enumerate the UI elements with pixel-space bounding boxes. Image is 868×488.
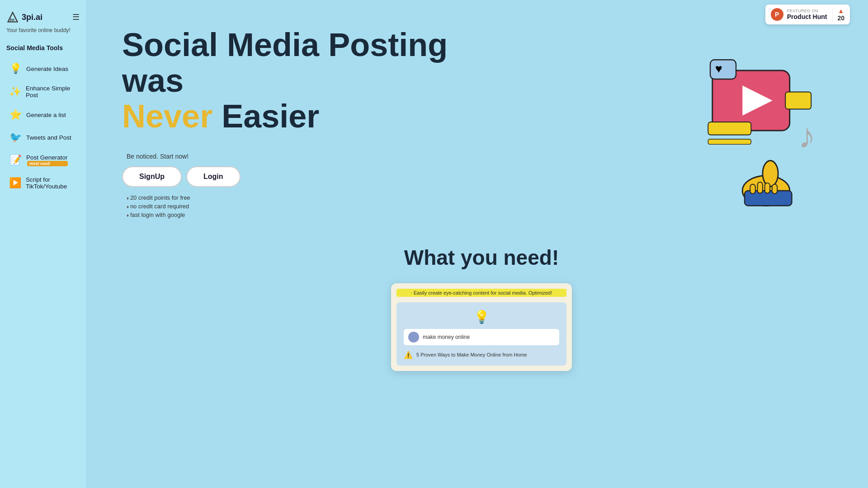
product-hunt-icon: P xyxy=(771,8,783,21)
ph-name: Product Hunt xyxy=(787,13,827,20)
sidebar-item-generate-list[interactable]: ⭐ Generate a list xyxy=(3,104,83,126)
generate-list-icon: ⭐ xyxy=(9,108,22,121)
tagline: Your favorite online buddy! xyxy=(0,25,86,41)
sidebar-item-script-tiktok[interactable]: ▶️ Script for TikTok/Youtube xyxy=(3,172,83,194)
preview-card-inner: 💡 make money online ⚠️ 5 Proven Ways to … xyxy=(396,302,566,366)
sidebar-item-label: Enhance Simple Post xyxy=(26,85,77,99)
hero-title-line1: Social Media Posting was xyxy=(122,27,448,99)
menu-icon[interactable]: ☰ xyxy=(72,12,80,22)
sidebar-item-tweets-post[interactable]: 🐦 Tweets and Post xyxy=(3,127,83,148)
preview-card: · Easily create eye-catching content for… xyxy=(391,283,572,371)
preview-search-row: make money online xyxy=(404,329,559,345)
signup-button[interactable]: SignUp xyxy=(122,166,182,187)
preview-search-text: make money online xyxy=(423,334,470,340)
sidebar-item-post-generator[interactable]: 📝 Post Generator most used xyxy=(3,149,83,171)
svg-text:♥: ♥ xyxy=(715,62,722,75)
sidebar-item-label: Post Generator xyxy=(26,154,68,161)
svg-rect-16 xyxy=(772,184,777,194)
generate-ideas-icon: 💡 xyxy=(9,62,22,75)
most-used-badge: most used xyxy=(27,161,68,166)
svg-text:3π: 3π xyxy=(9,18,15,22)
feature-item: fast login with google xyxy=(127,211,841,218)
preview-result-row: ⚠️ 5 Proven Ways to Make Money Online fr… xyxy=(404,349,559,361)
svg-rect-6 xyxy=(785,92,811,109)
enhance-post-icon: ✨ xyxy=(9,85,21,98)
what-you-need-section: What you need! · Easily create eye-catch… xyxy=(122,245,841,371)
hero-title: Social Media Posting was Never Easier xyxy=(122,27,484,135)
tiktok-icon: ▶️ xyxy=(9,177,21,189)
sidebar-item-label: Generate Ideas xyxy=(26,66,68,72)
tweets-icon: 🐦 xyxy=(9,131,22,144)
what-you-need-title: What you need! xyxy=(122,245,841,270)
ph-vote-count: ▲ 20 xyxy=(832,7,844,22)
svg-point-11 xyxy=(763,161,778,187)
svg-rect-7 xyxy=(708,122,751,135)
svg-rect-4 xyxy=(710,60,736,79)
sidebar-item-label: Tweets and Post xyxy=(26,134,71,141)
login-button[interactable]: Login xyxy=(186,166,241,187)
ph-arrow-icon: ▲ xyxy=(838,7,844,14)
logo-text: 3pi.ai xyxy=(22,13,42,22)
preview-result-text: 5 Proven Ways to Make Money Online from … xyxy=(416,352,527,357)
sidebar-item-label: Script for TikTok/Youtube xyxy=(26,176,77,190)
product-hunt-text: FEATURED ON Product Hunt xyxy=(787,9,827,20)
hero-title-line2: Easier xyxy=(212,98,319,134)
preview-hint: · Easily create eye-catching content for… xyxy=(396,289,566,297)
preview-avatar xyxy=(408,332,419,343)
product-hunt-badge[interactable]: P FEATURED ON Product Hunt ▲ 20 xyxy=(765,5,850,24)
hero-title-highlight: Never xyxy=(122,98,212,134)
main-content: P FEATURED ON Product Hunt ▲ 20 Social M… xyxy=(86,0,868,488)
hero-illustration: ♥ ♪ xyxy=(683,36,841,208)
preview-bulb-icon: 💡 xyxy=(404,310,559,324)
svg-rect-14 xyxy=(758,182,763,193)
ph-featured-label: FEATURED ON xyxy=(787,9,827,13)
sidebar-item-enhance-post[interactable]: ✨ Enhance Simple Post xyxy=(3,80,83,103)
sidebar-item-generate-ideas[interactable]: 💡 Generate Ideas xyxy=(3,58,83,80)
sidebar-item-label: Generate a list xyxy=(26,112,66,118)
svg-rect-8 xyxy=(708,139,751,144)
preview-result-icon: ⚠️ xyxy=(404,351,413,359)
ph-number: 20 xyxy=(837,14,844,22)
svg-rect-13 xyxy=(750,184,755,194)
section-title: Social Media Tools xyxy=(0,41,86,57)
svg-text:♪: ♪ xyxy=(798,117,816,155)
post-generator-icon: 📝 xyxy=(9,154,22,166)
hero-section: Social Media Posting was Never Easier xyxy=(122,27,484,135)
logo-icon: 3π xyxy=(6,11,19,23)
svg-rect-15 xyxy=(765,183,770,193)
sidebar: 3π 3pi.ai ☰ Your favorite online buddy! … xyxy=(0,0,86,488)
